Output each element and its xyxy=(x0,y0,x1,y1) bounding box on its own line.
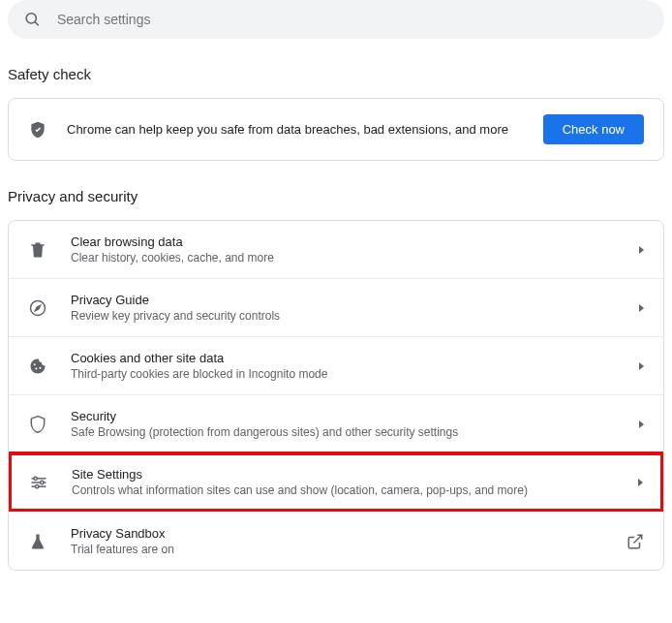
chevron-right-icon xyxy=(639,362,644,370)
row-security[interactable]: Security Safe Browsing (protection from … xyxy=(9,394,663,452)
check-now-button[interactable]: Check now xyxy=(543,114,644,144)
chevron-right-icon xyxy=(639,246,644,254)
compass-icon xyxy=(28,298,47,318)
safety-check-text: Chrome can help keep you safe from data … xyxy=(67,122,543,137)
chevron-right-icon xyxy=(639,421,644,428)
chevron-right-icon xyxy=(639,304,644,312)
row-privacy-guide[interactable]: Privacy Guide Review key privacy and sec… xyxy=(9,278,663,336)
row-subtitle: Review key privacy and security controls xyxy=(71,309,627,323)
row-text: Privacy Sandbox Trial features are on xyxy=(71,526,615,556)
row-privacy-sandbox[interactable]: Privacy Sandbox Trial features are on xyxy=(9,512,663,570)
row-text: Privacy Guide Review key privacy and sec… xyxy=(71,293,627,323)
privacy-security-title: Privacy and security xyxy=(8,188,664,204)
svg-point-5 xyxy=(35,367,37,369)
row-subtitle: Clear history, cookies, cache, and more xyxy=(71,251,627,265)
row-text: Clear browsing data Clear history, cooki… xyxy=(71,234,627,265)
svg-point-0 xyxy=(26,14,36,23)
row-title: Security xyxy=(71,409,627,423)
svg-point-6 xyxy=(40,366,42,368)
row-text: Cookies and other site data Third-party … xyxy=(71,351,627,381)
shield-check-icon xyxy=(28,120,47,140)
cookie-icon xyxy=(28,357,47,376)
search-bar[interactable] xyxy=(8,0,664,39)
search-icon xyxy=(23,10,42,29)
safety-check-card: Chrome can help keep you safe from data … xyxy=(8,98,664,161)
row-title: Cookies and other site data xyxy=(71,351,627,365)
sliders-icon xyxy=(29,473,48,492)
svg-line-13 xyxy=(634,535,642,543)
row-subtitle: Trial features are on xyxy=(71,543,615,556)
row-text: Security Safe Browsing (protection from … xyxy=(71,409,627,439)
flask-icon xyxy=(28,532,47,551)
row-subtitle: Third-party cookies are blocked in Incog… xyxy=(71,367,627,381)
row-subtitle: Safe Browsing (protection from dangerous… xyxy=(71,425,627,439)
svg-line-1 xyxy=(35,22,39,26)
trash-icon xyxy=(28,240,47,260)
external-link-icon xyxy=(626,533,644,550)
svg-point-4 xyxy=(34,363,36,365)
row-title: Clear browsing data xyxy=(71,234,627,249)
shield-icon xyxy=(28,415,47,434)
svg-point-11 xyxy=(41,481,44,483)
row-title: Privacy Guide xyxy=(71,293,627,307)
row-title: Privacy Sandbox xyxy=(71,526,615,541)
svg-point-12 xyxy=(36,484,39,487)
safety-check-title: Safety check xyxy=(8,66,664,82)
chevron-right-icon xyxy=(638,479,643,486)
safety-check-row: Chrome can help keep you safe from data … xyxy=(9,99,663,160)
row-clear-browsing-data[interactable]: Clear browsing data Clear history, cooki… xyxy=(9,221,663,278)
svg-marker-3 xyxy=(36,305,41,310)
search-input[interactable] xyxy=(57,12,649,27)
svg-point-10 xyxy=(34,477,37,480)
row-subtitle: Controls what information sites can use … xyxy=(72,483,626,497)
row-site-settings[interactable]: Site Settings Controls what information … xyxy=(8,452,664,513)
privacy-security-card: Clear browsing data Clear history, cooki… xyxy=(8,220,664,571)
row-cookies[interactable]: Cookies and other site data Third-party … xyxy=(9,336,663,394)
row-text: Site Settings Controls what information … xyxy=(72,467,626,497)
row-title: Site Settings xyxy=(72,467,626,482)
